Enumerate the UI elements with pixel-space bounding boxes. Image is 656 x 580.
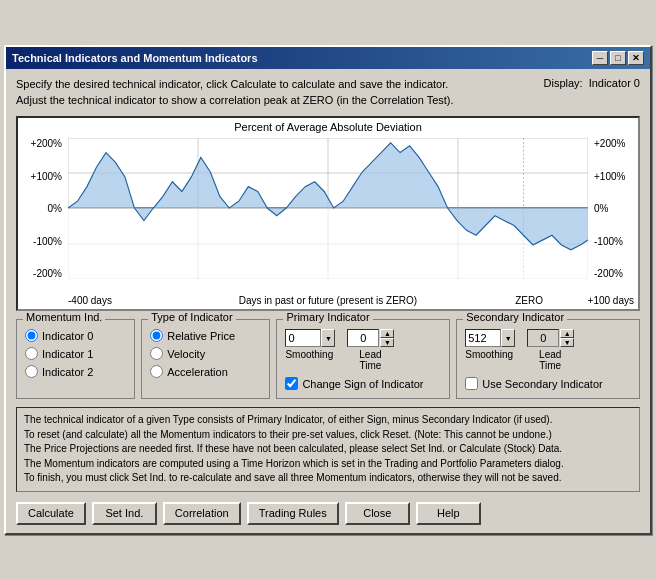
acceleration-label: Acceleration [167, 366, 228, 378]
title-bar: Technical Indicators and Momentum Indica… [6, 47, 650, 69]
trading-rules-button[interactable]: Trading Rules [247, 502, 339, 525]
change-sign-label: Change Sign of Indicator [302, 378, 423, 390]
help-button[interactable]: Help [416, 502, 481, 525]
chart-container: Percent of Average Absolute Deviation +2… [16, 116, 640, 311]
primary-leadtime-label: Lead Time [347, 349, 393, 371]
y-label-neg200-left: -200% [33, 268, 62, 279]
relative-price-radio-item[interactable]: Relative Price [150, 329, 261, 342]
y-label-0-left: 0% [48, 203, 62, 214]
secondary-smoothing-dropdown[interactable]: ▼ [501, 329, 515, 347]
use-secondary-checkbox[interactable] [465, 377, 478, 390]
acceleration-radio-item[interactable]: Acceleration [150, 365, 261, 378]
primary-leadtime-buttons: ▲ ▼ [380, 329, 394, 347]
chart-title: Percent of Average Absolute Deviation [18, 118, 638, 133]
y-label-neg200-right: -200% [594, 268, 623, 279]
primary-checkbox-row[interactable]: Change Sign of Indicator [285, 377, 441, 390]
type-group-title: Type of Indicator [148, 311, 235, 323]
primary-group: Primary Indicator 0 ▼ Smoothing [276, 319, 450, 399]
controls-row: Momentum Ind. Indicator 0 Indicator 1 In… [16, 319, 640, 399]
secondary-spinbox-row: 512 ▼ Smoothing ▲ ▼ [465, 329, 631, 371]
primary-smoothing-select[interactable]: 0 ▼ [285, 329, 335, 347]
title-bar-buttons: ─ □ ✕ [592, 51, 644, 65]
indicator2-radio[interactable] [25, 365, 38, 378]
indicator2-label: Indicator 2 [42, 366, 93, 378]
secondary-group-title: Secondary Indicator [463, 311, 567, 323]
secondary-group: Secondary Indicator 512 ▼ Smoothing [456, 319, 640, 399]
secondary-smoothing-value: 512 [465, 329, 501, 347]
x-label-right: +100 days [588, 295, 634, 306]
indicator2-radio-item[interactable]: Indicator 2 [25, 365, 126, 378]
correlation-button[interactable]: Correlation [163, 502, 241, 525]
display-section: Display: Indicator 0 [544, 77, 641, 89]
y-label-100-right: +100% [594, 171, 625, 182]
momentum-group: Momentum Ind. Indicator 0 Indicator 1 In… [16, 319, 135, 399]
x-label-left: -400 days [68, 295, 112, 306]
relative-price-label: Relative Price [167, 330, 235, 342]
info-text: The technical indicator of a given Type … [16, 407, 640, 492]
secondary-checkbox-row[interactable]: Use Secondary Indicator [465, 377, 631, 390]
type-group: Type of Indicator Relative Price Velocit… [141, 319, 270, 399]
y-label-neg100-right: -100% [594, 236, 623, 247]
y-label-200-left: +200% [31, 138, 62, 149]
primary-smoothing-dropdown[interactable]: ▼ [321, 329, 335, 347]
acceleration-radio[interactable] [150, 365, 163, 378]
y-axis-right: +200% +100% 0% -100% -200% [590, 138, 638, 279]
y-label-neg100-left: -100% [33, 236, 62, 247]
y-label-0-right: 0% [594, 203, 608, 214]
secondary-leadtime-group: ▲ ▼ Lead Time [527, 329, 574, 371]
primary-leadtime-down[interactable]: ▼ [380, 338, 394, 347]
description-row: Specify the desired technical indicator,… [16, 77, 640, 108]
maximize-button[interactable]: □ [610, 51, 626, 65]
primary-leadtime-input[interactable] [347, 329, 379, 347]
close-window-button[interactable]: Close [345, 502, 410, 525]
indicator0-radio[interactable] [25, 329, 38, 342]
y-axis-left: +200% +100% 0% -100% -200% [18, 138, 66, 279]
momentum-group-title: Momentum Ind. [23, 311, 105, 323]
use-secondary-label: Use Secondary Indicator [482, 378, 602, 390]
primary-group-title: Primary Indicator [283, 311, 372, 323]
x-label-center: Days in past or future (present is ZERO) [239, 295, 417, 306]
minimize-button[interactable]: ─ [592, 51, 608, 65]
chart-svg [68, 138, 588, 279]
change-sign-checkbox[interactable] [285, 377, 298, 390]
indicator0-label: Indicator 0 [42, 330, 93, 342]
indicator0-radio-item[interactable]: Indicator 0 [25, 329, 126, 342]
velocity-radio[interactable] [150, 347, 163, 360]
secondary-smoothing-select[interactable]: 512 ▼ [465, 329, 515, 347]
indicator1-radio-item[interactable]: Indicator 1 [25, 347, 126, 360]
primary-leadtime-up[interactable]: ▲ [380, 329, 394, 338]
velocity-radio-item[interactable]: Velocity [150, 347, 261, 360]
set-ind-button[interactable]: Set Ind. [92, 502, 157, 525]
secondary-smoothing-control: 512 ▼ [465, 329, 515, 347]
primary-smoothing-label: Smoothing [285, 349, 331, 360]
primary-spinbox-row: 0 ▼ Smoothing ▲ ▼ [285, 329, 441, 371]
y-label-100-left: +100% [31, 171, 62, 182]
indicator1-radio[interactable] [25, 347, 38, 360]
y-label-200-right: +200% [594, 138, 625, 149]
secondary-leadtime-control: ▲ ▼ [527, 329, 574, 347]
primary-smoothing-control: 0 ▼ [285, 329, 335, 347]
relative-price-radio[interactable] [150, 329, 163, 342]
display-value: Indicator 0 [589, 77, 640, 89]
primary-leadtime-control: ▲ ▼ [347, 329, 394, 347]
window-title: Technical Indicators and Momentum Indica… [12, 52, 258, 64]
primary-smoothing-group: 0 ▼ Smoothing [285, 329, 335, 371]
window-content: Specify the desired technical indicator,… [6, 69, 650, 532]
close-button[interactable]: ✕ [628, 51, 644, 65]
x-label-zero: ZERO [515, 295, 543, 306]
secondary-leadtime-input[interactable] [527, 329, 559, 347]
primary-smoothing-value: 0 [285, 329, 321, 347]
secondary-smoothing-group: 512 ▼ Smoothing [465, 329, 515, 371]
description-text: Specify the desired technical indicator,… [16, 77, 534, 108]
indicator1-label: Indicator 1 [42, 348, 93, 360]
calculate-button[interactable]: Calculate [16, 502, 86, 525]
main-window: Technical Indicators and Momentum Indica… [4, 45, 652, 534]
secondary-leadtime-label: Lead Time [527, 349, 573, 371]
button-row: Calculate Set Ind. Correlation Trading R… [16, 500, 640, 525]
display-label: Display: [544, 77, 583, 89]
secondary-leadtime-down[interactable]: ▼ [560, 338, 574, 347]
secondary-smoothing-label: Smoothing [465, 349, 511, 360]
velocity-label: Velocity [167, 348, 205, 360]
secondary-leadtime-buttons: ▲ ▼ [560, 329, 574, 347]
secondary-leadtime-up[interactable]: ▲ [560, 329, 574, 338]
